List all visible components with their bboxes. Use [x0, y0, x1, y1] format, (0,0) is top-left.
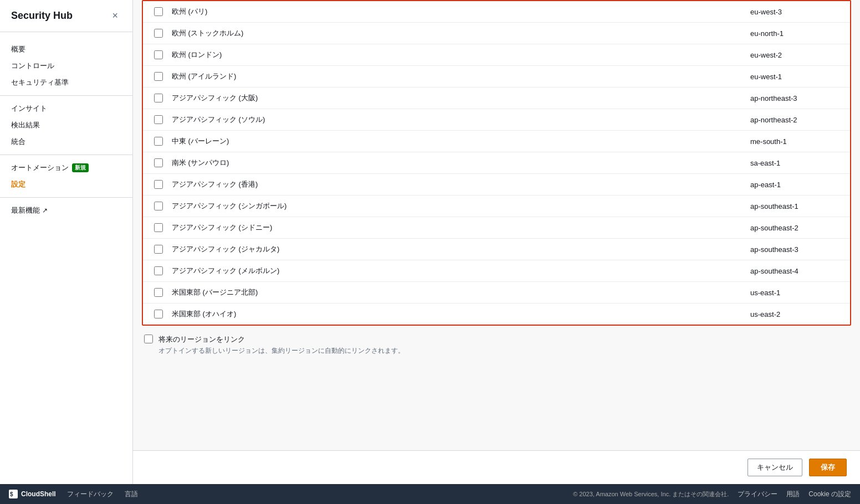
future-regions-checkbox[interactable]	[144, 335, 153, 343]
region-checkbox-8[interactable]	[154, 180, 163, 189]
sidebar: Security Hub × 概要 コントロール セキュリティ基準 インサイト …	[0, 0, 133, 484]
region-checkbox-6[interactable]	[154, 137, 163, 146]
region-name-5: アジアパシフィック (ソウル)	[172, 115, 741, 125]
region-row: アジアパシフィック (ジャカルタ) ap-southeast-3	[143, 239, 850, 260]
region-name-1: 欧州 (ストックホルム)	[172, 28, 741, 38]
svg-text:$: $	[10, 491, 13, 497]
region-name-9: アジアパシフィック (シンガポール)	[172, 201, 741, 211]
sidebar-item-standards[interactable]: セキュリティ基準	[0, 74, 132, 91]
region-code-0: eu-west-3	[750, 8, 839, 16]
footer: $ CloudShell フィードバック 言語 © 2023, Amazon W…	[0, 484, 860, 504]
footer-privacy[interactable]: プライバシー	[738, 490, 777, 499]
region-name-13: 米国東部 (バージニア北部)	[172, 287, 741, 297]
sidebar-item-insights[interactable]: インサイト	[0, 100, 132, 117]
external-link-icon: ↗	[42, 207, 48, 214]
footer-terms[interactable]: 用語	[786, 490, 800, 499]
region-row: アジアパシフィック (大阪) ap-northeast-3	[143, 88, 850, 109]
sidebar-item-latest-label: 最新機能	[11, 205, 40, 215]
region-checkbox-5[interactable]	[154, 115, 163, 124]
close-button[interactable]: ×	[109, 9, 121, 23]
region-code-6: me-south-1	[750, 137, 839, 146]
sidebar-header: Security Hub ×	[0, 0, 132, 32]
future-regions-text: 将来のリージョンをリンク オプトインする新しいリージョンは、集約リージョンに自動…	[158, 335, 405, 356]
region-checkbox-9[interactable]	[154, 202, 163, 210]
region-row: アジアパシフィック (シドニー) ap-southeast-2	[143, 217, 850, 239]
sidebar-item-overview[interactable]: 概要	[0, 41, 132, 58]
region-row: 欧州 (アイルランド) eu-west-1	[143, 66, 850, 88]
region-row: 米国東部 (オハイオ) us-east-2	[143, 304, 850, 325]
region-name-7: 南米 (サンパウロ)	[172, 158, 741, 168]
region-checkbox-4[interactable]	[154, 94, 163, 102]
footer-cookie[interactable]: Cookie の設定	[808, 490, 851, 499]
region-code-10: ap-southeast-2	[750, 224, 839, 232]
sidebar-item-integrations[interactable]: 統合	[0, 133, 132, 150]
footer-brand: $ CloudShell	[9, 490, 56, 498]
region-code-2: eu-west-2	[750, 51, 839, 59]
sidebar-item-findings[interactable]: 検出結果	[0, 117, 132, 133]
region-name-4: アジアパシフィック (大阪)	[172, 93, 741, 103]
main-content: 欧州 (パリ) eu-west-3 欧州 (ストックホルム) eu-north-…	[133, 0, 860, 450]
region-row: 欧州 (ストックホルム) eu-north-1	[143, 23, 850, 44]
region-row: 米国東部 (バージニア北部) us-east-1	[143, 282, 850, 304]
footer-copyright: © 2023, Amazon Web Services, Inc. またはその関…	[573, 490, 729, 498]
region-checkbox-1[interactable]	[154, 29, 163, 38]
cloudshell-icon: $	[9, 490, 18, 498]
sidebar-item-controls[interactable]: コントロール	[0, 58, 132, 74]
future-regions-title: 将来のリージョンをリンク	[158, 335, 405, 344]
region-code-14: us-east-2	[750, 310, 839, 318]
region-name-10: アジアパシフィック (シドニー)	[172, 223, 741, 233]
region-code-1: eu-north-1	[750, 29, 839, 38]
region-list: 欧州 (パリ) eu-west-3 欧州 (ストックホルム) eu-north-…	[142, 0, 851, 326]
region-checkbox-7[interactable]	[154, 158, 163, 167]
footer-brand-label: CloudShell	[21, 490, 56, 498]
region-code-3: eu-west-1	[750, 73, 839, 81]
region-name-3: 欧州 (アイルランド)	[172, 71, 741, 81]
sidebar-nav: 概要 コントロール セキュリティ基準 インサイト 検出結果 統合 オートメーショ…	[0, 32, 132, 232]
region-checkbox-12[interactable]	[154, 266, 163, 275]
region-name-11: アジアパシフィック (ジャカルタ)	[172, 244, 741, 254]
region-name-14: 米国東部 (オハイオ)	[172, 309, 741, 319]
sidebar-item-automation-label: オートメーション	[11, 163, 69, 173]
sidebar-item-settings[interactable]: 設定	[0, 176, 132, 193]
region-row: 中東 (バーレーン) me-south-1	[143, 131, 850, 152]
region-checkbox-11[interactable]	[154, 245, 163, 254]
region-name-2: 欧州 (ロンドン)	[172, 50, 741, 60]
region-name-0: 欧州 (パリ)	[172, 7, 741, 17]
region-code-12: ap-southeast-4	[750, 267, 839, 275]
sidebar-title: Security Hub	[11, 10, 73, 22]
region-checkbox-10[interactable]	[154, 223, 163, 232]
footer-language[interactable]: 言語	[125, 490, 138, 499]
region-row: アジアパシフィック (香港) ap-east-1	[143, 174, 850, 196]
region-checkbox-14[interactable]	[154, 310, 163, 318]
sidebar-item-automation[interactable]: オートメーション 新規	[0, 160, 132, 176]
cancel-button[interactable]: キャンセル	[748, 459, 802, 476]
region-code-5: ap-northeast-2	[750, 116, 839, 124]
region-code-4: ap-northeast-3	[750, 94, 839, 102]
region-name-6: 中東 (バーレーン)	[172, 136, 741, 146]
badge-new: 新規	[72, 163, 89, 172]
save-button[interactable]: 保存	[809, 459, 847, 476]
future-regions-section: 将来のリージョンをリンク オプトインする新しいリージョンは、集約リージョンに自動…	[133, 326, 860, 364]
region-checkbox-13[interactable]	[154, 288, 163, 297]
region-code-13: us-east-1	[750, 289, 839, 297]
region-row: 欧州 (パリ) eu-west-3	[143, 1, 850, 23]
sidebar-group-3: オートメーション 新規 設定	[0, 157, 132, 198]
region-row: アジアパシフィック (メルボルン) ap-southeast-4	[143, 260, 850, 282]
region-row: 欧州 (ロンドン) eu-west-2	[143, 44, 850, 66]
sidebar-item-latest[interactable]: 最新機能 ↗	[0, 202, 132, 219]
region-name-12: アジアパシフィック (メルボルン)	[172, 266, 741, 276]
table-area: 欧州 (パリ) eu-west-3 欧州 (ストックホルム) eu-north-…	[133, 0, 860, 326]
sidebar-group-1: 概要 コントロール セキュリティ基準	[0, 39, 132, 96]
sidebar-group-2: インサイト 検出結果 統合	[0, 98, 132, 155]
region-code-9: ap-southeast-1	[750, 202, 839, 210]
region-checkbox-3[interactable]	[154, 72, 163, 81]
footer-feedback[interactable]: フィードバック	[67, 490, 114, 499]
region-row: 南米 (サンパウロ) sa-east-1	[143, 152, 850, 174]
region-checkbox-0[interactable]	[154, 7, 163, 16]
region-code-7: sa-east-1	[750, 159, 839, 167]
region-checkbox-2[interactable]	[154, 50, 163, 59]
region-name-8: アジアパシフィック (香港)	[172, 179, 741, 189]
region-row: アジアパシフィック (ソウル) ap-northeast-2	[143, 109, 850, 131]
region-row: アジアパシフィック (シンガポール) ap-southeast-1	[143, 196, 850, 217]
sidebar-group-4: 最新機能 ↗	[0, 200, 132, 223]
